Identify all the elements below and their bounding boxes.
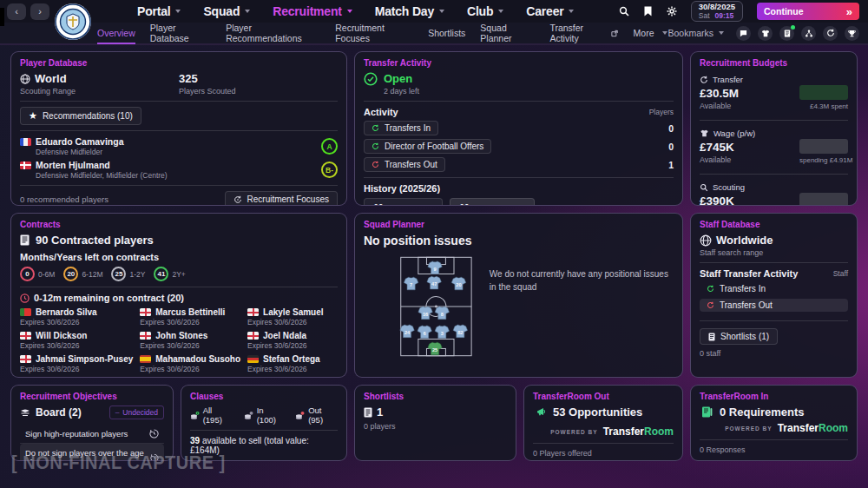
- clauses-all-filter[interactable]: All (195): [190, 406, 233, 425]
- clauses-in-filter[interactable]: In (100): [244, 406, 284, 425]
- svg-text:6: 6: [424, 331, 426, 336]
- divider: [700, 320, 848, 321]
- gear-icon[interactable]: [667, 6, 677, 16]
- external-link-icon: [611, 30, 618, 37]
- tactics-icon[interactable]: [801, 26, 816, 41]
- tab-player-database[interactable]: Player Database: [150, 23, 211, 43]
- formation-pitch[interactable]: 9 7 47 20 16 8 24 6 3 82 25: [398, 249, 474, 364]
- nav-career[interactable]: Career: [526, 4, 574, 18]
- scouting-budget-item[interactable]: Scouting £390K Available £63 spent: [700, 180, 848, 206]
- chevron-down-icon: [662, 31, 667, 35]
- objective-row[interactable]: Sign high-reputation players: [20, 425, 164, 443]
- flag-england-icon: [20, 355, 31, 363]
- history-transfers-in-button[interactable]: £0 Transfers In: [364, 198, 443, 206]
- bookmarks-dropdown[interactable]: Bookmarks: [667, 28, 724, 38]
- recruitment-budgets-panel[interactable]: Recruitment Budgets Transfer £30.5M Avai…: [690, 51, 858, 206]
- expiring-player[interactable]: Will DicksonExpires 30/6/2026: [20, 331, 133, 350]
- player-database-panel[interactable]: Player Database World Scouting Range 325…: [10, 51, 347, 206]
- scouting-range-value: World: [35, 72, 67, 85]
- bucket-6-12m-count: 20: [63, 267, 78, 281]
- nav-match-day[interactable]: Match Day: [375, 4, 444, 18]
- expiring-player[interactable]: Bernardo SilvaExpires 30/6/2026: [20, 307, 133, 326]
- transferroom-out-panel[interactable]: TransferRoom Out 53 Opportunities POWERE…: [523, 385, 683, 461]
- search-icon[interactable]: [619, 6, 629, 16]
- news-icon[interactable]: [779, 26, 794, 41]
- dof-offers-row[interactable]: Director of Football Offers 0: [364, 139, 674, 154]
- sync-icon[interactable]: [823, 26, 838, 41]
- coins-icon: [244, 411, 253, 420]
- transfers-out-row[interactable]: Transfers Out 1: [364, 157, 674, 172]
- svg-text:47: 47: [431, 281, 437, 287]
- responses-note: 0 Responses: [700, 445, 848, 454]
- expiring-player[interactable]: Mahamadou SusohoExpires 30/6/2026: [140, 354, 240, 373]
- nav-portal[interactable]: Portal: [137, 4, 181, 18]
- shortlist-players-note: 0 players: [364, 422, 507, 431]
- transfer-cycle-icon: [700, 76, 708, 84]
- non-final-capture-watermark: [ NON-FINAL CAPTURE ]: [11, 452, 226, 474]
- transferroom-in-panel[interactable]: TransferRoom In 0 Requirements POWERED B…: [690, 385, 858, 461]
- transfers-in-row[interactable]: Transfers In 0: [364, 121, 674, 135]
- staff-transfers-in-row[interactable]: Transfers In: [700, 282, 848, 295]
- staff-database-panel[interactable]: Staff Database Worldwide Staff search ra…: [690, 213, 858, 378]
- expiring-player[interactable]: John StonesExpires 30/6/2026: [140, 331, 240, 350]
- expiring-player[interactable]: Joel NdalaExpires 30/6/2026: [247, 331, 338, 350]
- nav-club[interactable]: Club: [467, 4, 503, 18]
- tab-recruitment-focuses[interactable]: Recruitment Focuses: [335, 23, 413, 43]
- expiring-players-grid: Bernardo SilvaExpires 30/6/2026 Marcus B…: [20, 307, 338, 373]
- staff-transfers-out-row[interactable]: Transfers Out: [700, 299, 848, 312]
- players-scouted-value: 325: [179, 72, 338, 85]
- transfer-activity-panel[interactable]: Transfer Activity Open 2 days left Activ…: [354, 51, 683, 206]
- requirements-doc-icon: [701, 406, 713, 418]
- nav-recruitment[interactable]: Recruitment: [273, 4, 352, 18]
- transfer-budget-item[interactable]: Transfer £30.5M Available £4.3M spent: [700, 72, 848, 115]
- wage-budget-item[interactable]: Wage (p/w) £745K Available spending £4.9…: [700, 126, 848, 168]
- clauses-out-filter[interactable]: Out (95): [295, 406, 338, 425]
- panel-title: Shortlists: [364, 392, 507, 401]
- tab-more[interactable]: More: [634, 28, 668, 38]
- clauses-panel[interactable]: Clauses All (195) In (100) Out (95) 39 a…: [181, 385, 347, 461]
- day-text: Sat: [699, 11, 710, 20]
- panel-title: Clauses: [190, 392, 338, 401]
- history-transfers-out-button[interactable]: £0 Transfers Out: [450, 198, 535, 206]
- staff-shortlists-button[interactable]: Shortlists (1): [700, 328, 778, 345]
- recruitment-objectives-panel[interactable]: Recruitment Objectives Board (2) –Undeci…: [10, 385, 174, 461]
- staff-range-value: Worldwide: [716, 234, 773, 247]
- trophy-icon[interactable]: [845, 26, 859, 41]
- scouting-range-label: Scouting Range: [20, 87, 179, 96]
- svg-text:16: 16: [423, 312, 428, 317]
- expiring-player[interactable]: Jahmai Simpson-PuseyExpires 30/6/2026: [20, 354, 133, 373]
- tab-squad-planner[interactable]: Squad Planner: [480, 23, 535, 43]
- shirts: 9 7 47 20 16 8 24 6 3 82 25: [400, 261, 468, 355]
- contracts-panel[interactable]: Contracts 90 Contracted players Months/Y…: [10, 213, 347, 378]
- fm-recruitment-overview: ‹ › Portal Squad Recruitment Match Day C…: [0, 0, 868, 488]
- check-circle-icon: [364, 72, 378, 86]
- forward-button[interactable]: ›: [30, 3, 49, 20]
- recommendations-button[interactable]: ★ Recommendations (10): [20, 107, 141, 125]
- megaphone-icon: [536, 407, 547, 417]
- inbox-chat-icon[interactable]: [736, 26, 751, 41]
- tab-transfer-activity[interactable]: Transfer Activity: [549, 23, 618, 43]
- tab-overview[interactable]: Overview: [97, 28, 135, 38]
- recruitment-focuses-button[interactable]: Recruitment Focuses: [225, 191, 338, 206]
- recommended-player-row[interactable]: Eduardo Camavinga Defensive Midfielder A: [20, 136, 338, 156]
- recommended-player-row[interactable]: Morten Hjulmand Defensive Midfielder, Mi…: [20, 160, 338, 180]
- club-badge[interactable]: [54, 3, 92, 41]
- expiring-player[interactable]: Lakyle SamuelExpires 30/6/2026: [247, 307, 338, 326]
- scouting-budget-amount: £390K: [700, 195, 799, 206]
- tab-player-recommendations[interactable]: Player Recommendations: [226, 23, 320, 43]
- game-date[interactable]: 30/8/2025 Sat09:15: [691, 1, 743, 22]
- continue-button[interactable]: Continue »: [757, 3, 859, 20]
- back-button[interactable]: ‹: [7, 3, 26, 20]
- tab-shortlists[interactable]: Shortlists: [428, 28, 465, 38]
- transfer-spent-note: £4.3M spent: [799, 102, 848, 110]
- bookmark-icon[interactable]: [643, 6, 653, 16]
- shortlists-panel[interactable]: Shortlists 1 0 players: [354, 385, 516, 461]
- undecided-badge[interactable]: –Undecided: [109, 406, 164, 419]
- chevron-down-icon: [245, 10, 250, 13]
- nav-squad[interactable]: Squad: [203, 4, 250, 18]
- squad-planner-panel[interactable]: Squad Planner No position issues: [354, 213, 683, 378]
- expiring-player[interactable]: Marcus BettinelliExpires 30/6/2026: [140, 307, 240, 326]
- expiring-player[interactable]: Stefan OrtegaExpires 30/6/2026: [247, 354, 338, 373]
- main-nav: Portal Squad Recruitment Match Day Club …: [137, 4, 574, 18]
- squad-shirt-icon[interactable]: [758, 26, 773, 41]
